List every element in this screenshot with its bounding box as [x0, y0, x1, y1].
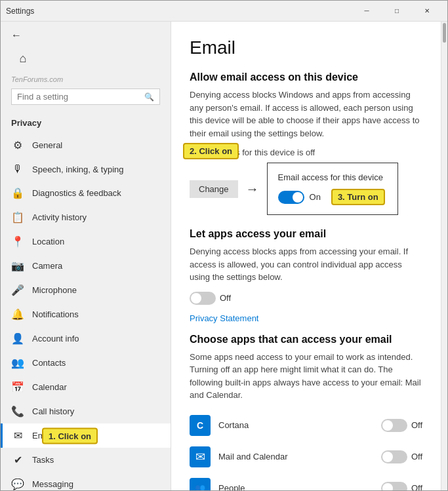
section2-title: Let apps access your email — [190, 228, 422, 240]
notifications-icon: 🔔 — [11, 308, 24, 321]
scrollbar[interactable] — [441, 22, 447, 490]
messaging-icon: 💬 — [11, 478, 24, 490]
general-label: General — [32, 140, 62, 150]
sidebar-item-account[interactable]: 👤 Account info — [1, 326, 171, 351]
sidebar-item-email[interactable]: ✉ Email 1. Click on — [1, 423, 171, 448]
sidebar-item-location[interactable]: 📍 Location — [1, 229, 171, 254]
sidebar-item-camera[interactable]: 📷 Camera — [1, 254, 171, 278]
location-icon: 📍 — [11, 235, 24, 248]
diagnostics-label: Diagnostics & feedback — [32, 188, 121, 198]
sidebar: ← ⌂ TenForums.com 🔍 Privacy ⚙ General 🎙 … — [1, 22, 171, 490]
app-access-toggle-row: Off — [190, 292, 422, 305]
sidebar-item-contacts[interactable]: 👥 Contacts — [1, 351, 171, 375]
settings-window: Settings ─ □ ✕ ← ⌂ TenForums.com 🔍 Priva… — [0, 0, 448, 491]
click1-callout: 1. Click on — [42, 427, 98, 444]
minimize-button[interactable]: ─ — [352, 1, 382, 22]
callhistory-icon: 📞 — [11, 405, 24, 418]
location-label: Location — [32, 237, 64, 246]
sidebar-item-speech[interactable]: 🎙 Speech, inking, & typing — [1, 157, 171, 181]
title-bar: Settings ─ □ ✕ — [1, 1, 447, 22]
turn-on-callout: 3. Turn on — [331, 189, 385, 205]
section3-title: Choose apps that can access your email — [190, 334, 422, 345]
maximize-button[interactable]: □ — [382, 1, 412, 22]
close-button[interactable]: ✕ — [412, 1, 442, 22]
sidebar-item-calendar[interactable]: 📅 Calendar — [1, 375, 171, 399]
sidebar-top: ← ⌂ TenForums.com 🔍 — [1, 22, 171, 118]
main-content: Email Allow email access on this device … — [171, 22, 441, 490]
calendar-icon: 📅 — [11, 381, 24, 393]
people-toggle-row: Off — [381, 482, 422, 491]
messaging-label: Messaging — [32, 479, 73, 489]
sidebar-item-callhistory[interactable]: 📞 Call history — [1, 399, 171, 423]
search-icon: 🔍 — [144, 92, 154, 102]
email-icon: ✉ — [11, 429, 24, 442]
sidebar-item-diagnostics[interactable]: 🔒 Diagnostics & feedback — [1, 181, 171, 205]
sidebar-item-notifications[interactable]: 🔔 Notifications — [1, 302, 171, 326]
people-off-label: Off — [411, 483, 422, 490]
activity-icon: 📋 — [11, 211, 24, 224]
mail-toggle-row: Off — [381, 450, 422, 463]
app-row-cortana: C Cortana Off — [190, 410, 422, 441]
app-access-off-label: Off — [220, 293, 231, 303]
email-access-popup: Email access for this device On 3. Turn … — [267, 163, 398, 215]
title-bar-text: Settings — [6, 7, 34, 16]
callhistory-label: Call history — [32, 406, 74, 416]
change-btn-row: 2. Click on Change → Email access for th… — [190, 163, 422, 215]
sidebar-item-microphone[interactable]: 🎤 Microphone — [1, 278, 171, 302]
brand-watermark: TenForums.com — [11, 75, 160, 83]
tasks-icon: ✔ — [11, 454, 24, 466]
change-button[interactable]: Change — [190, 180, 238, 198]
window-controls: ─ □ ✕ — [352, 1, 442, 22]
contacts-label: Contacts — [32, 358, 66, 368]
search-input[interactable] — [17, 92, 144, 102]
account-label: Account info — [32, 334, 79, 344]
calendar-label: Calendar — [32, 382, 67, 392]
sidebar-item-general[interactable]: ⚙ General — [1, 133, 171, 157]
tasks-label: Tasks — [32, 455, 54, 465]
cortana-icon: C — [190, 415, 211, 436]
click2-callout: 2. Click on — [183, 143, 239, 159]
account-icon: 👤 — [11, 332, 24, 345]
app-row-mail: ✉ Mail and Calendar Off — [190, 441, 422, 473]
speech-icon: 🎙 — [11, 163, 24, 175]
toggle-on-label: On — [310, 192, 321, 202]
mail-icon: ✉ — [190, 446, 211, 467]
page-title: Email — [190, 37, 422, 58]
sidebar-section-title: Privacy — [1, 118, 171, 133]
cortana-name: Cortana — [218, 420, 373, 430]
cortana-toggle-row: Off — [381, 419, 422, 432]
app-access-toggle[interactable] — [190, 292, 216, 305]
people-name: People — [218, 483, 373, 490]
section2-desc: Denying access blocks apps from accessin… — [190, 245, 422, 284]
camera-label: Camera — [32, 261, 62, 271]
back-button[interactable]: ← — [11, 29, 22, 41]
microphone-label: Microphone — [32, 285, 77, 295]
home-icon[interactable]: ⌂ — [11, 47, 35, 70]
section1-title: Allow email access on this device — [190, 71, 422, 83]
diagnostics-icon: 🔒 — [11, 187, 24, 199]
sidebar-item-tasks[interactable]: ✔ Tasks — [1, 448, 171, 472]
device-access-toggle[interactable] — [278, 191, 304, 204]
popup-toggle-row: On 3. Turn on — [278, 189, 387, 205]
sidebar-item-messaging[interactable]: 💬 Messaging — [1, 472, 171, 490]
mail-toggle[interactable] — [381, 450, 407, 463]
sidebar-item-activity[interactable]: 📋 Activity history — [1, 205, 171, 229]
mail-name: Mail and Calendar — [218, 452, 373, 462]
contacts-icon: 👥 — [11, 357, 24, 369]
camera-icon: 📷 — [11, 260, 24, 272]
mail-off-label: Off — [411, 452, 422, 462]
privacy-link[interactable]: Privacy Statement — [190, 313, 259, 323]
section3-desc: Some apps need access to your email to w… — [190, 351, 422, 402]
app-row-people: 👥 People Off — [190, 473, 422, 491]
people-toggle[interactable] — [381, 482, 407, 491]
cortana-toggle[interactable] — [381, 419, 407, 432]
scrollbar-thumb[interactable] — [443, 23, 446, 43]
section1-desc: Denying access blocks Windows and apps f… — [190, 88, 422, 140]
divider1 — [190, 323, 422, 334]
search-box[interactable]: 🔍 — [11, 88, 160, 105]
popup-title: Email access for this device — [278, 172, 387, 182]
notifications-label: Notifications — [32, 309, 79, 319]
people-icon: 👥 — [190, 478, 211, 491]
microphone-icon: 🎤 — [11, 284, 24, 296]
activity-label: Activity history — [32, 212, 87, 222]
